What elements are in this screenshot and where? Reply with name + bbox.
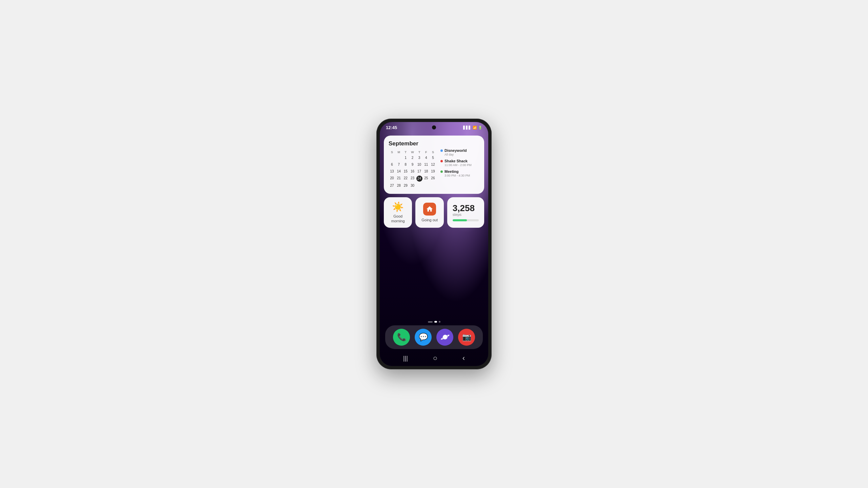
cal-day: 26: [430, 175, 436, 182]
sun-icon: ☀️: [392, 201, 404, 212]
cal-hdr-wed: W: [409, 150, 416, 155]
battery-icon: 🔋: [478, 126, 482, 129]
status-time: 12:45: [386, 125, 397, 130]
steps-progress-bar: [453, 219, 479, 221]
cal-day: 10: [416, 161, 423, 168]
cal-day: 27: [389, 182, 395, 189]
cal-day: 6: [389, 161, 395, 168]
cal-day: 21: [395, 175, 402, 182]
event-dot-green: [440, 170, 443, 173]
event-dot-red: [440, 160, 443, 162]
dock-browser-app[interactable]: 🪐: [436, 329, 453, 346]
browser-app-icon: 🪐: [440, 333, 450, 342]
calendar-widget[interactable]: September S M T W T F S -: [384, 136, 484, 194]
home-svg: [426, 205, 433, 213]
cal-week-3: 13 14 15 16 17 18 19: [389, 168, 436, 175]
cal-week-4: 20 21 22 23 24 25 26: [389, 175, 436, 182]
camera-notch: [432, 125, 436, 129]
messages-app-icon: 💬: [419, 333, 428, 342]
page-indicator-dot: [439, 321, 440, 323]
cal-day: -: [423, 182, 430, 189]
signal-icon: ▋▋▋: [463, 126, 471, 129]
cal-week-1: - - 1 2 3 4 5: [389, 155, 436, 161]
cal-day: 8: [402, 161, 409, 168]
cal-hdr-sun: S: [389, 150, 395, 155]
page-indicator-dash: [428, 321, 433, 323]
calendar-month: September: [389, 140, 436, 147]
smartthings-widget[interactable]: Going out: [415, 197, 443, 228]
home-icon: [423, 203, 436, 216]
cal-day: 9: [409, 161, 416, 168]
cal-day: -: [389, 155, 395, 161]
cal-day: 22: [402, 175, 409, 182]
event-meeting: Meeting 3:00 PM - 4:30 PM: [440, 169, 479, 177]
cal-day: 25: [423, 175, 430, 182]
cal-day: 1: [402, 155, 409, 161]
app-dock: 📞 💬 🪐 📷: [385, 325, 483, 349]
recent-apps-icon: |||: [403, 355, 408, 362]
dock-phone-app[interactable]: 📞: [393, 329, 410, 346]
recent-apps-button[interactable]: |||: [403, 355, 408, 362]
cal-week-5: 27 28 29 30 - - -: [389, 182, 436, 189]
cal-day: 23: [409, 175, 416, 182]
cal-hdr-mon: M: [395, 150, 402, 155]
cal-day: -: [430, 182, 436, 189]
cal-day: 3: [416, 155, 423, 161]
page-indicator-active: [434, 321, 437, 323]
calendar-left: September S M T W T F S -: [389, 140, 436, 189]
cal-hdr-sat: S: [430, 150, 436, 155]
camera-app-icon: 📷: [462, 333, 471, 342]
phone-app-icon: 📞: [397, 333, 406, 342]
event-disneyworld: Disneyworld All day: [440, 148, 479, 156]
home-nav-icon: ○: [433, 354, 437, 362]
back-icon: ‹: [462, 354, 465, 362]
cal-day: 17: [416, 168, 423, 175]
cal-hdr-tue: T: [402, 150, 409, 155]
cal-day: 28: [395, 182, 402, 189]
cal-day: 4: [423, 155, 430, 161]
back-button[interactable]: ‹: [462, 354, 465, 363]
cal-week-2: 6 7 8 9 10 11 12: [389, 161, 436, 168]
smartthings-label: Going out: [421, 218, 438, 222]
cal-hdr-fri: F: [423, 150, 430, 155]
cal-day: 18: [423, 168, 430, 175]
status-bar: 12:45 ▋▋▋ 📶 🔋: [380, 122, 488, 133]
event-name-shake-shack: Shake Shack: [445, 159, 468, 163]
page-indicators: [384, 321, 484, 323]
dock-camera-app[interactable]: 📷: [458, 329, 475, 346]
main-content: September S M T W T F S -: [380, 133, 488, 366]
event-time-meeting: 3:00 PM - 4:30 PM: [445, 174, 479, 177]
weather-label: Good morning: [388, 214, 408, 224]
status-icons: ▋▋▋ 📶 🔋: [463, 126, 482, 129]
cal-day: 15: [402, 168, 409, 175]
home-button[interactable]: ○: [433, 354, 437, 363]
nav-bar: ||| ○ ‹: [384, 352, 484, 366]
calendar-events: Disneyworld All day Shake Shack 11:00 AM…: [440, 140, 479, 189]
cal-hdr-thu: T: [416, 150, 423, 155]
event-name-meeting: Meeting: [445, 169, 459, 174]
cal-day: 12: [430, 161, 436, 168]
event-time-shake-shack: 11:00 AM - 2:00 PM: [445, 163, 479, 167]
cal-day: 13: [389, 168, 395, 175]
weather-widget[interactable]: ☀️ Good morning: [384, 197, 412, 228]
cal-day: 16: [409, 168, 416, 175]
cal-day: 20: [389, 175, 395, 182]
cal-day: 5: [430, 155, 436, 161]
cal-day: 19: [430, 168, 436, 175]
cal-day: 7: [395, 161, 402, 168]
cal-day-today: 24: [416, 175, 423, 182]
dock-messages-app[interactable]: 💬: [415, 329, 432, 346]
steps-widget[interactable]: 3,258 steps: [447, 197, 484, 228]
event-dot-blue: [440, 149, 443, 152]
steps-progress-fill: [453, 219, 467, 221]
event-name-disneyworld: Disneyworld: [445, 148, 467, 152]
wifi-icon: 📶: [473, 126, 477, 129]
phone-screen: 12:45 ▋▋▋ 📶 🔋 September S M T: [380, 122, 488, 366]
cal-day: -: [395, 155, 402, 161]
cal-day: 11: [423, 161, 430, 168]
widgets-row: ☀️ Good morning Going out 3,258 steps: [384, 197, 484, 228]
phone-device: 12:45 ▋▋▋ 📶 🔋 September S M T: [376, 119, 492, 369]
calendar-header-row: S M T W T F S: [389, 150, 436, 155]
cal-day: 30: [409, 182, 416, 189]
calendar-grid: S M T W T F S - - 1 2: [389, 150, 436, 189]
